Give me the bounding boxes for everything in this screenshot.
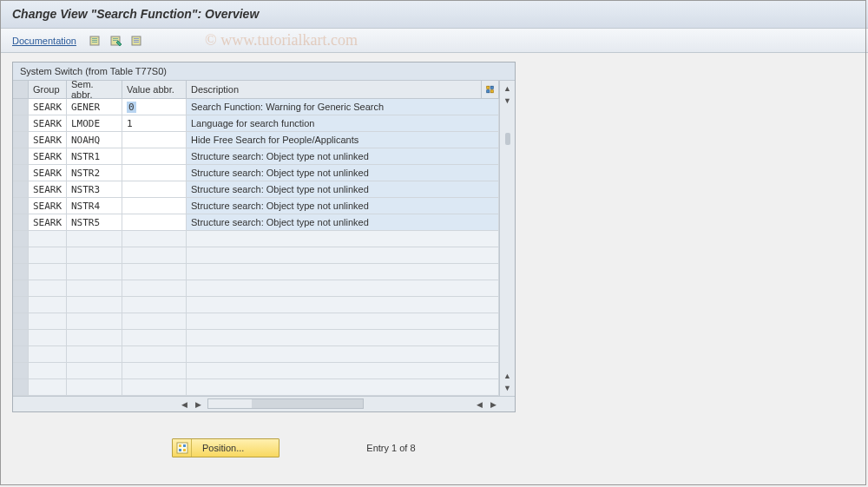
svg-rect-11 <box>487 86 490 89</box>
grid-header: Group Sem. abbr. Value abbr. Description <box>13 81 499 99</box>
cell-desc: Language for search function <box>187 115 499 131</box>
col-header-val[interactable]: Value abbr. <box>122 81 187 98</box>
cell-group[interactable]: SEARK <box>29 214 67 230</box>
row-selector[interactable] <box>13 214 29 230</box>
cell-value[interactable] <box>122 165 187 181</box>
cell-group[interactable]: SEARK <box>29 198 67 214</box>
cell-value[interactable] <box>122 214 187 230</box>
table-row[interactable]: SEARK NSTR5 Structure search: Object typ… <box>13 214 499 231</box>
table-row[interactable]: SEARK LMODE 1 Language for search functi… <box>13 115 499 132</box>
entry-counter: Entry 1 of 8 <box>366 443 415 453</box>
cell-group[interactable]: SEARK <box>29 115 67 131</box>
cell-group[interactable]: SEARK <box>29 165 67 181</box>
row-selector[interactable] <box>13 198 29 214</box>
cell-group[interactable]: SEARK <box>29 181 67 197</box>
row-selector[interactable] <box>13 297 29 313</box>
cell-sem[interactable]: LMODE <box>67 115 122 131</box>
table-row-empty <box>13 313 499 330</box>
table-config-button[interactable] <box>482 81 499 98</box>
table-container: System Switch (from Table T77S0) Group S… <box>12 62 516 412</box>
horizontal-scrollbar[interactable]: ◀ ▶ ◀ ▶ <box>13 396 515 411</box>
scroll-down2-icon[interactable]: ▼ <box>502 382 514 394</box>
cell-sem[interactable]: NSTR2 <box>67 165 122 181</box>
row-selector[interactable] <box>13 231 29 247</box>
row-selector[interactable] <box>13 165 29 181</box>
title-bar: Change View "Search Function": Overview <box>0 0 868 29</box>
documentation-link[interactable]: Documentation <box>12 36 76 46</box>
data-grid: Group Sem. abbr. Value abbr. Description… <box>13 81 499 396</box>
toolbar-icon-2[interactable] <box>109 34 125 48</box>
scroll-up2-icon[interactable]: ▲ <box>502 370 514 382</box>
table-row[interactable]: SEARK NSTR1 Structure search: Object typ… <box>13 148 499 165</box>
col-header-group[interactable]: Group <box>29 81 67 98</box>
cell-sem[interactable]: GENER <box>67 99 122 115</box>
table-row[interactable]: SEARK NSTR3 Structure search: Object typ… <box>13 181 499 198</box>
cell-desc: Structure search: Object type not unlink… <box>187 198 499 214</box>
row-selector[interactable] <box>13 280 29 296</box>
toolbar-icon-3[interactable] <box>130 34 146 48</box>
svg-rect-8 <box>134 38 139 39</box>
select-all-header[interactable] <box>13 81 29 98</box>
position-button-label: Position... <box>192 443 279 453</box>
svg-rect-1 <box>92 38 97 39</box>
cell-value[interactable]: 1 <box>122 115 187 131</box>
svg-rect-13 <box>487 90 490 93</box>
table-row[interactable]: SEARK NOAHQ Hide Free Search for People/… <box>13 132 499 148</box>
cell-sem[interactable]: NSTR5 <box>67 214 122 230</box>
position-icon <box>173 439 192 457</box>
position-button[interactable]: Position... <box>172 438 279 457</box>
cell-value[interactable] <box>122 132 187 148</box>
row-selector[interactable] <box>13 115 29 131</box>
scroll-up-icon[interactable]: ▲ <box>502 82 514 95</box>
row-selector[interactable] <box>13 132 29 148</box>
col-header-sem[interactable]: Sem. abbr. <box>67 81 122 98</box>
hscroll-thumb[interactable] <box>208 399 252 408</box>
hscroll-left-icon[interactable]: ◀ <box>178 398 190 411</box>
scroll-down-icon[interactable]: ▼ <box>502 95 514 107</box>
cell-sem[interactable]: NSTR4 <box>67 198 122 214</box>
row-selector[interactable] <box>13 379 29 395</box>
cell-group[interactable]: SEARK <box>29 148 67 164</box>
table-row-empty <box>13 297 499 313</box>
cell-group[interactable]: SEARK <box>29 132 67 148</box>
toolbar-icon-1[interactable] <box>89 34 104 48</box>
row-selector[interactable] <box>13 264 29 280</box>
col-header-desc[interactable]: Description <box>187 81 482 98</box>
cell-value[interactable] <box>122 181 187 197</box>
svg-rect-6 <box>113 40 118 41</box>
cell-value[interactable] <box>122 198 187 214</box>
row-selector[interactable] <box>13 247 29 263</box>
row-selector[interactable] <box>13 181 29 197</box>
row-selector[interactable] <box>13 346 29 362</box>
table-row-empty <box>13 247 499 264</box>
hscroll-right2-icon[interactable]: ▶ <box>487 398 499 411</box>
row-selector[interactable] <box>13 313 29 329</box>
table-row[interactable]: SEARK NSTR2 Structure search: Object typ… <box>13 165 499 181</box>
row-selector[interactable] <box>13 363 29 378</box>
hscroll-right-icon[interactable]: ▶ <box>192 398 204 411</box>
row-selector[interactable] <box>13 148 29 164</box>
cell-sem[interactable]: NSTR1 <box>67 148 122 164</box>
table-row-empty <box>13 363 499 379</box>
cell-value[interactable] <box>122 148 187 164</box>
row-selector[interactable] <box>13 330 29 346</box>
row-selector[interactable] <box>13 99 29 115</box>
svg-rect-12 <box>490 86 493 89</box>
cell-value[interactable]: 0 <box>122 99 187 115</box>
table-caption: System Switch (from Table T77S0) <box>13 63 515 81</box>
cell-sem[interactable]: NOAHQ <box>67 132 122 148</box>
cell-desc: Search Function: Warning for Generic Sea… <box>187 99 499 115</box>
svg-rect-5 <box>113 38 118 39</box>
svg-rect-3 <box>92 42 97 43</box>
hscroll-track[interactable] <box>207 398 364 409</box>
hscroll-left2-icon[interactable]: ◀ <box>473 398 485 411</box>
table-row[interactable]: SEARK NSTR4 Structure search: Object typ… <box>13 198 499 214</box>
scroll-thumb[interactable] <box>505 133 510 145</box>
table-row[interactable]: SEARK GENER 0 Search Function: Warning f… <box>13 99 499 115</box>
cell-sem[interactable]: NSTR3 <box>67 181 122 197</box>
vertical-scrollbar[interactable]: ▲ ▼ ▲ ▼ <box>499 81 515 396</box>
svg-rect-19 <box>183 449 186 451</box>
table-row-empty <box>13 346 499 363</box>
table-row-empty <box>13 264 499 280</box>
cell-group[interactable]: SEARK <box>29 99 67 115</box>
